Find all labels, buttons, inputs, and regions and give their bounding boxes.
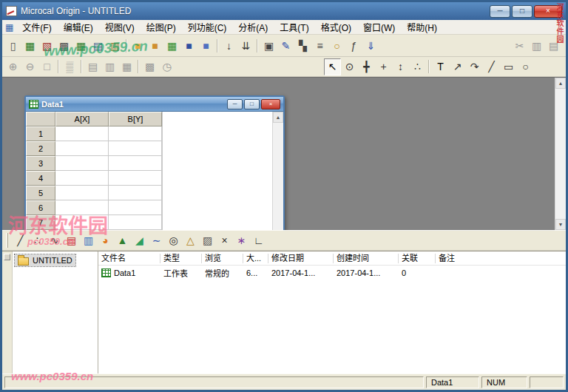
- row-header[interactable]: 5: [26, 186, 55, 200]
- row-header[interactable]: 3: [26, 156, 55, 171]
- circle-tool-button[interactable]: ○: [517, 58, 534, 75]
- fill-area-plot-button[interactable]: ◢: [131, 232, 148, 249]
- results-log-button[interactable]: ≡: [311, 37, 328, 54]
- cell-a[interactable]: [55, 186, 109, 200]
- cell-b[interactable]: [109, 186, 162, 200]
- save-template-button[interactable]: ■: [197, 37, 214, 54]
- line-tool-button[interactable]: ╱: [483, 58, 500, 75]
- scroll-up-icon[interactable]: ▲: [273, 112, 283, 123]
- menu-file[interactable]: 文件(F): [17, 20, 56, 34]
- save-project-button[interactable]: ■: [180, 37, 197, 54]
- curved-arrow-tool-button[interactable]: ↷: [466, 58, 483, 75]
- ternary-plot-button[interactable]: △: [182, 232, 199, 249]
- menu-edit[interactable]: 编辑(E): [58, 20, 98, 34]
- explorer-handle[interactable]: [4, 254, 10, 260]
- new-layout-button[interactable]: ▤: [89, 37, 106, 54]
- workspace-scroll-down-icon[interactable]: ▼: [555, 219, 566, 230]
- cell-a[interactable]: [55, 200, 109, 215]
- list-row-data1[interactable]: Data1 工作表 常规的 6... 2017-04-1... 2017-04-…: [98, 266, 566, 280]
- data1-window[interactable]: Data1 ─ □ × A[X] B[Y]: [24, 95, 285, 230]
- pie-plot-button[interactable]: ◕: [97, 232, 114, 249]
- copy-button[interactable]: ▥: [528, 37, 545, 54]
- code-builder-button[interactable]: ƒ: [345, 37, 362, 54]
- column-header-size[interactable]: 大...: [243, 254, 268, 263]
- new-matrix-button[interactable]: ▩: [55, 37, 72, 54]
- titlebar[interactable]: Microcal Origin - UNTITLED ─ □ ×: [2, 2, 566, 20]
- cell-b[interactable]: [109, 200, 162, 215]
- row-header[interactable]: 1: [26, 126, 55, 141]
- workspace-scroll-up-icon[interactable]: ▲: [555, 78, 566, 89]
- workspace-scroll-track[interactable]: [555, 89, 566, 219]
- pointer-tool-button[interactable]: ↖: [324, 58, 341, 75]
- column-header-note[interactable]: 备注: [436, 254, 566, 263]
- arrow-tool-button[interactable]: ↗: [449, 58, 466, 75]
- cell-a[interactable]: [55, 156, 109, 171]
- contour-plot-button[interactable]: ▨: [199, 232, 216, 249]
- import-multiple-button[interactable]: ⇊: [237, 37, 254, 54]
- new-graph-button[interactable]: ▧: [38, 37, 55, 54]
- zoom-panel-button[interactable]: ▒: [61, 58, 78, 75]
- column-header-assoc[interactable]: 关联: [399, 254, 436, 263]
- row-header[interactable]: 4: [26, 171, 55, 186]
- minimize-button[interactable]: ─: [490, 5, 510, 18]
- row-header[interactable]: 2: [26, 141, 55, 156]
- column-header-type[interactable]: 类型: [160, 254, 202, 263]
- vector-plot-button[interactable]: ×: [216, 232, 233, 249]
- cell-b[interactable]: [109, 126, 162, 141]
- menu-column[interactable]: 列功能(C): [183, 20, 232, 34]
- column-header-a[interactable]: A[X]: [55, 112, 109, 126]
- menu-plot[interactable]: 绘图(P): [141, 20, 181, 34]
- paste-button[interactable]: ▤: [545, 37, 562, 54]
- menu-format[interactable]: 格式(O): [316, 20, 356, 34]
- workspace-vscrollbar[interactable]: ▲ ▼: [555, 78, 566, 230]
- refresh-button[interactable]: ◷: [158, 58, 175, 75]
- zoom-out-page-button[interactable]: ⊖: [21, 58, 38, 75]
- new-axes-button[interactable]: ∟: [250, 232, 267, 249]
- print-button[interactable]: ▣: [260, 37, 277, 54]
- open-excel-button[interactable]: ▦: [163, 37, 180, 54]
- polar-plot-button[interactable]: ◎: [165, 232, 182, 249]
- menu-analysis[interactable]: 分析(A): [233, 20, 273, 34]
- column-header-view[interactable]: 浏览: [202, 254, 243, 263]
- column-header-b[interactable]: B[Y]: [109, 112, 162, 126]
- select-all-corner[interactable]: [26, 112, 55, 126]
- menu-help[interactable]: 帮助(H): [402, 20, 442, 34]
- cell-b[interactable]: [109, 171, 162, 186]
- scroll-track[interactable]: [273, 123, 283, 230]
- cut-button[interactable]: ✂: [511, 37, 528, 54]
- text-tool-button[interactable]: T: [432, 58, 449, 75]
- layer-contents-button[interactable]: ▩: [141, 58, 158, 75]
- data1-minimize-button[interactable]: ─: [227, 99, 243, 109]
- project-explorer-button[interactable]: ▚: [294, 37, 311, 54]
- update-button[interactable]: ⇓: [362, 37, 379, 54]
- line-plot-button[interactable]: ╱: [12, 232, 29, 249]
- cascade-button[interactable]: ▦: [118, 58, 135, 75]
- data-selector-button[interactable]: ↕: [392, 58, 409, 75]
- new-notes-button[interactable]: ▥: [106, 37, 124, 54]
- area-plot-button[interactable]: ▲: [114, 232, 131, 249]
- tile-vertical-button[interactable]: ▥: [101, 58, 118, 75]
- row-header[interactable]: 7: [26, 215, 55, 230]
- rectangle-tool-button[interactable]: ▭: [500, 58, 517, 75]
- screen-reader-button[interactable]: +: [375, 58, 392, 75]
- data1-titlebar[interactable]: Data1 ─ □ ×: [26, 97, 283, 112]
- column-plot-button[interactable]: ▥: [80, 232, 97, 249]
- import-ascii-button[interactable]: ↓: [220, 37, 237, 54]
- menu-window[interactable]: 窗口(W): [358, 20, 400, 34]
- cell-a[interactable]: [55, 171, 109, 186]
- zoom-button[interactable]: ○: [328, 37, 345, 54]
- bubble-plot-button[interactable]: ∗: [233, 232, 250, 249]
- line-symbol-plot-button[interactable]: ∿: [46, 232, 63, 249]
- column-header-created[interactable]: 创建时间: [334, 254, 399, 263]
- cell-a[interactable]: [55, 126, 109, 141]
- menu-view[interactable]: 视图(V): [100, 20, 140, 34]
- cell-a[interactable]: [55, 215, 109, 230]
- cell-b[interactable]: [109, 156, 162, 171]
- column-header-modified[interactable]: 修改日期: [268, 254, 334, 263]
- open-template-button[interactable]: ■: [146, 37, 163, 54]
- script-window-button[interactable]: ✎: [277, 37, 294, 54]
- scatter-plot-button[interactable]: ∴: [29, 232, 46, 249]
- maximize-button[interactable]: □: [512, 5, 532, 18]
- toolbar-grip[interactable]: [6, 233, 8, 248]
- zoom-in-page-button[interactable]: ⊕: [4, 58, 21, 75]
